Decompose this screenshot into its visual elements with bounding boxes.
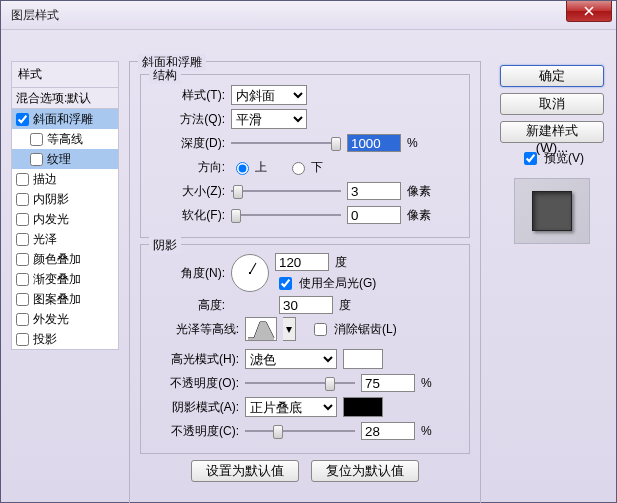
checkbox-drop-shadow[interactable] <box>16 333 29 346</box>
layer-style-dialog: 图层样式 样式 混合选项:默认 斜面和浮雕 等高线 纹理 描边 内阴影 内发光 … <box>0 0 617 503</box>
window-title: 图层样式 <box>11 7 59 24</box>
style-row-pattern-overlay[interactable]: 图案叠加 <box>12 289 118 309</box>
angle-input[interactable] <box>275 253 329 271</box>
styles-list: 混合选项:默认 斜面和浮雕 等高线 纹理 描边 内阴影 内发光 光泽 颜色叠加 … <box>11 87 119 350</box>
shadow-opacity-input[interactable] <box>361 422 415 440</box>
angle-dial[interactable] <box>231 254 269 292</box>
checkbox-inner-shadow[interactable] <box>16 193 29 206</box>
checkbox-pattern-overlay[interactable] <box>16 293 29 306</box>
antialias-checkbox[interactable]: 消除锯齿(L) <box>310 320 397 339</box>
highlight-opacity-input[interactable] <box>361 374 415 392</box>
depth-input[interactable] <box>347 134 401 152</box>
checkbox-bevel[interactable] <box>16 113 29 126</box>
style-row-inner-glow[interactable]: 内发光 <box>12 209 118 229</box>
soften-slider[interactable] <box>231 207 341 223</box>
gloss-contour-dropdown[interactable]: ▾ <box>283 317 296 341</box>
structure-fieldset: 结构 样式(T): 内斜面 方法(Q): 平滑 深度(D): % <box>140 74 470 238</box>
style-label: 样式(T): <box>151 87 225 104</box>
checkbox-texture[interactable] <box>30 153 43 166</box>
style-row-gradient-overlay[interactable]: 渐变叠加 <box>12 269 118 289</box>
angle-label: 角度(N): <box>151 265 225 282</box>
cancel-button[interactable]: 取消 <box>500 93 604 115</box>
style-row-inner-shadow[interactable]: 内阴影 <box>12 189 118 209</box>
bevel-fieldset: 斜面和浮雕 结构 样式(T): 内斜面 方法(Q): 平滑 深度(D): <box>129 61 481 503</box>
highlight-opacity-slider[interactable] <box>245 375 355 391</box>
styles-header[interactable]: 样式 <box>11 61 119 87</box>
checkbox-color-overlay[interactable] <box>16 253 29 266</box>
close-icon <box>584 6 594 16</box>
style-row-outer-glow[interactable]: 外发光 <box>12 309 118 329</box>
checkbox-contour[interactable] <box>30 133 43 146</box>
size-slider[interactable] <box>231 183 341 199</box>
checkbox-stroke[interactable] <box>16 173 29 186</box>
soften-input[interactable] <box>347 206 401 224</box>
shadow-color-swatch[interactable] <box>343 397 383 417</box>
close-button[interactable] <box>566 1 612 22</box>
shadow-legend: 阴影 <box>149 237 181 254</box>
structure-legend: 结构 <box>149 67 181 84</box>
depth-label: 深度(D): <box>151 135 225 152</box>
shadow-mode-label: 阴影模式(A): <box>151 399 239 416</box>
shadow-mode-select[interactable]: 正片叠底 <box>245 397 337 417</box>
direction-up[interactable]: 上 <box>231 159 267 176</box>
style-row-contour[interactable]: 等高线 <box>12 129 118 149</box>
size-label: 大小(Z): <box>151 183 225 200</box>
depth-slider[interactable] <box>231 135 341 151</box>
right-panel: 确定 取消 新建样式(W)... 预览(V) <box>500 65 604 244</box>
highlight-opacity-label: 不透明度(O): <box>151 375 239 392</box>
highlight-mode-select[interactable]: 滤色 <box>245 349 337 369</box>
highlight-mode-label: 高光模式(H): <box>151 351 239 368</box>
reset-default-button[interactable]: 复位为默认值 <box>311 460 419 482</box>
dialog-body: 样式 混合选项:默认 斜面和浮雕 等高线 纹理 描边 内阴影 内发光 光泽 颜色… <box>1 29 616 502</box>
shadow-opacity-slider[interactable] <box>245 423 355 439</box>
altitude-input[interactable] <box>279 296 333 314</box>
preview-swatch <box>532 191 572 231</box>
technique-select[interactable]: 平滑 <box>231 109 307 129</box>
preview-checkbox[interactable]: 预览(V) <box>520 149 584 168</box>
set-default-button[interactable]: 设置为默认值 <box>191 460 299 482</box>
global-light-checkbox[interactable]: 使用全局光(G) <box>275 274 376 293</box>
size-input[interactable] <box>347 182 401 200</box>
preview-thumbnail <box>514 178 590 244</box>
style-row-color-overlay[interactable]: 颜色叠加 <box>12 249 118 269</box>
checkbox-outer-glow[interactable] <box>16 313 29 326</box>
technique-label: 方法(Q): <box>151 111 225 128</box>
gloss-contour-picker[interactable] <box>245 317 277 341</box>
soften-label: 软化(F): <box>151 207 225 224</box>
direction-down[interactable]: 下 <box>287 159 323 176</box>
styles-panel: 样式 混合选项:默认 斜面和浮雕 等高线 纹理 描边 内阴影 内发光 光泽 颜色… <box>11 61 119 350</box>
style-row-texture[interactable]: 纹理 <box>12 149 118 169</box>
shadow-fieldset: 阴影 角度(N): 度 使用全局光(G) 高度: <box>140 244 470 454</box>
shadow-opacity-label: 不透明度(C): <box>151 423 239 440</box>
checkbox-inner-glow[interactable] <box>16 213 29 226</box>
ok-button[interactable]: 确定 <box>500 65 604 87</box>
titlebar[interactable]: 图层样式 <box>1 1 616 30</box>
style-row-stroke[interactable]: 描边 <box>12 169 118 189</box>
new-style-button[interactable]: 新建样式(W)... <box>500 121 604 143</box>
style-row-satin[interactable]: 光泽 <box>12 229 118 249</box>
style-row-drop-shadow[interactable]: 投影 <box>12 329 118 349</box>
blend-options-row[interactable]: 混合选项:默认 <box>12 88 118 109</box>
highlight-color-swatch[interactable] <box>343 349 383 369</box>
checkbox-satin[interactable] <box>16 233 29 246</box>
main-settings: 斜面和浮雕 结构 样式(T): 内斜面 方法(Q): 平滑 深度(D): <box>129 61 481 503</box>
checkbox-gradient-overlay[interactable] <box>16 273 29 286</box>
gloss-contour-label: 光泽等高线: <box>151 321 239 338</box>
direction-label: 方向: <box>151 159 225 176</box>
style-row-bevel[interactable]: 斜面和浮雕 <box>12 109 118 129</box>
style-select[interactable]: 内斜面 <box>231 85 307 105</box>
altitude-label: 高度: <box>151 297 225 314</box>
